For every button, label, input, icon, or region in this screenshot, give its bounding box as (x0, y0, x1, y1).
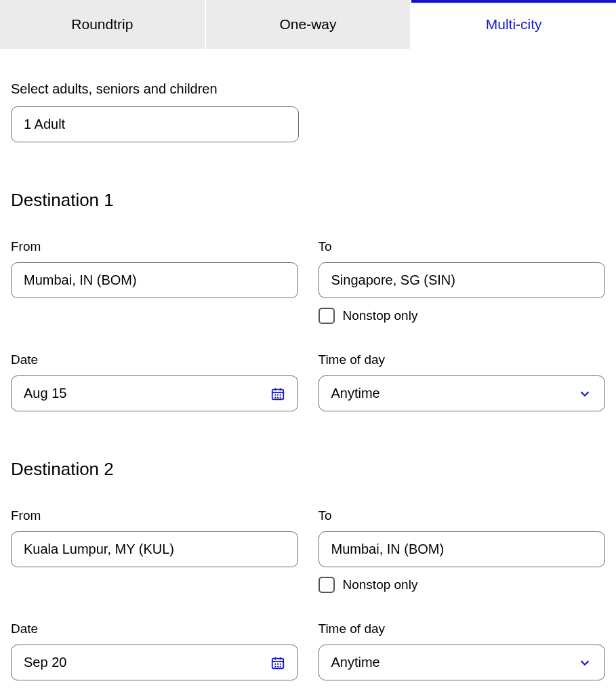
passengers-value: 1 Adult (24, 117, 65, 132)
chevron-down-icon (577, 386, 592, 401)
time-select-2[interactable]: Anytime (319, 645, 606, 680)
trip-type-tabs: Roundtrip One-way Multi-city (0, 0, 616, 49)
to-value: Mumbai, IN (BOM) (331, 542, 445, 557)
svg-point-15 (276, 663, 278, 664)
from-input-1[interactable]: Mumbai, IN (BOM) (11, 262, 298, 298)
to-label: To (319, 508, 606, 523)
from-value: Mumbai, IN (BOM) (24, 272, 137, 288)
to-input-2[interactable]: Mumbai, IN (BOM) (319, 531, 606, 567)
destination-2-heading: Destination 2 (11, 459, 605, 480)
date-label: Date (11, 352, 298, 367)
date-value: Sep 20 (24, 655, 66, 670)
time-select-1[interactable]: Anytime (319, 375, 606, 411)
nonstop-checkbox-1[interactable] (319, 308, 335, 324)
destination-1-heading: Destination 1 (11, 190, 605, 211)
time-label: Time of day (319, 352, 606, 367)
tab-oneway[interactable]: One-way (206, 0, 412, 49)
from-label: From (11, 239, 298, 254)
time-value: Anytime (331, 386, 380, 401)
svg-point-6 (279, 394, 281, 395)
chevron-down-icon (577, 655, 592, 670)
nonstop-label: Nonstop only (343, 308, 418, 323)
svg-point-19 (279, 666, 281, 667)
calendar-icon (270, 386, 285, 401)
svg-point-16 (279, 663, 281, 664)
svg-point-14 (274, 663, 276, 664)
from-label: From (11, 508, 298, 523)
nonstop-checkbox-2[interactable] (319, 577, 335, 593)
from-value: Kuala Lumpur, MY (KUL) (24, 542, 174, 557)
svg-point-4 (274, 394, 276, 395)
tab-multicity[interactable]: Multi-city (411, 0, 616, 49)
passengers-select[interactable]: 1 Adult (11, 106, 299, 142)
passengers-label: Select adults, seniors and children (11, 81, 605, 97)
tab-roundtrip[interactable]: Roundtrip (0, 0, 206, 49)
from-input-2[interactable]: Kuala Lumpur, MY (KUL) (11, 531, 298, 567)
date-value: Aug 15 (24, 386, 66, 401)
svg-point-17 (274, 666, 276, 667)
svg-point-8 (276, 396, 278, 398)
svg-point-9 (279, 396, 281, 398)
time-label: Time of day (319, 621, 606, 636)
to-input-1[interactable]: Singapore, SG (SIN) (319, 262, 606, 298)
date-input-2[interactable]: Sep 20 (11, 645, 298, 680)
svg-point-18 (276, 666, 278, 667)
date-label: Date (11, 621, 298, 636)
calendar-icon (270, 655, 285, 670)
to-value: Singapore, SG (SIN) (331, 272, 455, 288)
nonstop-label: Nonstop only (343, 577, 418, 592)
date-input-1[interactable]: Aug 15 (11, 375, 298, 411)
time-value: Anytime (331, 655, 380, 670)
to-label: To (319, 239, 606, 254)
svg-point-7 (274, 396, 276, 398)
svg-point-5 (276, 394, 278, 395)
